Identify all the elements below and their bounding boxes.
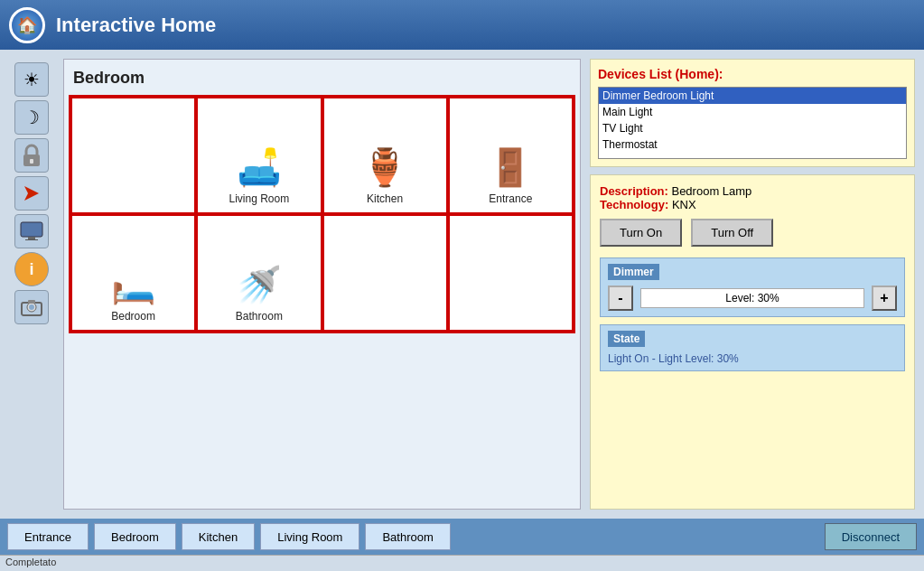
room-grid: 🛋️ Living Room 🏺 Kitchen 🚪 Entrance 🛏️ B…: [69, 95, 575, 333]
bedroom-tab[interactable]: Bedroom: [94, 523, 176, 550]
arrow-icon: [21, 183, 42, 204]
room-cell-empty-1: [322, 214, 448, 332]
status-bar: Completato: [0, 555, 924, 571]
devices-list-title: Devices List (Home):: [598, 67, 907, 81]
home-icon: 🏠: [17, 15, 37, 35]
room-cell-living-room[interactable]: 🛋️ Living Room: [196, 97, 322, 214]
living-room-label: Living Room: [229, 192, 290, 205]
device-description: Description: Bedroom Lamp Technology: KN…: [600, 184, 905, 211]
living-room-tab[interactable]: Living Room: [260, 523, 359, 550]
dimmer-minus-button[interactable]: -: [608, 286, 633, 311]
room-area: Bedroom 🛋️ Living Room 🏺 Kitchen 🚪 Entra…: [63, 59, 581, 510]
kitchen-label: Kitchen: [367, 192, 403, 205]
description-label: Description:: [600, 184, 668, 198]
main-layout: ☀ ☽ i: [0, 50, 924, 519]
level-label: Level:: [725, 292, 754, 304]
kitchen-tab[interactable]: Kitchen: [182, 523, 255, 550]
room-cell-empty-top-left: [70, 97, 196, 214]
dimmer-plus-button[interactable]: +: [872, 286, 897, 311]
svg-rect-9: [28, 300, 35, 304]
monitor-button[interactable]: [14, 214, 49, 248]
room-title: Bedroom: [69, 64, 575, 95]
bedroom-icon: 🛏️: [111, 264, 156, 306]
control-buttons: Turn On Turn Off: [600, 219, 905, 247]
status-text: Completato: [5, 557, 56, 567]
devices-list-panel: Devices List (Home): Dimmer Bedroom Ligh…: [590, 59, 915, 167]
svg-rect-4: [28, 237, 35, 239]
arrow-button[interactable]: [14, 176, 49, 211]
moon-button[interactable]: ☽: [14, 100, 49, 135]
bedroom-label: Bedroom: [111, 310, 155, 323]
disconnect-button[interactable]: Disconnect: [825, 523, 917, 550]
room-cell-entrance[interactable]: 🚪 Entrance: [448, 97, 574, 214]
state-title: State: [608, 331, 645, 347]
entrance-icon: 🚪: [488, 146, 533, 189]
device-control-panel: Description: Bedroom Lamp Technology: KN…: [590, 174, 915, 510]
svg-point-7: [29, 304, 34, 310]
turn-off-button[interactable]: Turn Off: [691, 219, 773, 247]
dimmer-level-display: Level: 30%: [640, 288, 864, 308]
svg-rect-5: [25, 239, 38, 240]
bathroom-label: Bathroom: [236, 310, 283, 323]
lock-button[interactable]: [14, 138, 49, 173]
turn-on-button[interactable]: Turn On: [600, 219, 682, 247]
sun-button[interactable]: ☀: [14, 62, 49, 97]
svg-rect-1: [30, 159, 33, 164]
device-item-tv-light[interactable]: TV Light: [599, 120, 906, 136]
description-value: Bedroom Lamp: [671, 184, 751, 198]
room-cell-bedroom[interactable]: 🛏️ Bedroom: [70, 214, 196, 332]
app-title: Interactive Home: [56, 14, 216, 37]
entrance-tab[interactable]: Entrance: [7, 523, 89, 550]
device-item-thermostat[interactable]: Thermostat: [599, 136, 906, 153]
app-header: 🏠 Interactive Home: [0, 0, 924, 50]
device-item-dimmer-bedroom[interactable]: Dimmer Bedroom Light: [599, 88, 906, 104]
technology-value: KNX: [672, 198, 696, 211]
info-button[interactable]: i: [14, 252, 49, 286]
kitchen-icon: 🏺: [362, 146, 407, 189]
app-logo: 🏠: [9, 7, 45, 43]
state-value: Light On - Light Level: 30%: [608, 352, 897, 365]
device-item-main-light[interactable]: Main Light: [599, 104, 906, 120]
camera-icon: [20, 297, 43, 317]
living-room-icon: 🛋️: [237, 146, 282, 189]
state-section: State Light On - Light Level: 30%: [600, 324, 905, 371]
entrance-label: Entrance: [489, 192, 532, 205]
dimmer-title: Dimmer: [608, 264, 659, 280]
room-cell-bathroom[interactable]: 🚿 Bathroom: [196, 214, 322, 332]
bathroom-tab[interactable]: Bathroom: [365, 523, 450, 550]
dimmer-controls: - Level: 30% +: [608, 286, 897, 311]
sidebar: ☀ ☽ i: [9, 59, 54, 510]
room-cell-kitchen[interactable]: 🏺 Kitchen: [322, 97, 448, 214]
svg-marker-2: [24, 186, 39, 201]
right-panel: Devices List (Home): Dimmer Bedroom Ligh…: [590, 59, 915, 510]
bathroom-icon: 🚿: [237, 264, 282, 306]
bottom-tabs: Entrance Bedroom Kitchen Living Room Bat…: [0, 519, 924, 555]
dimmer-section: Dimmer - Level: 30% +: [600, 257, 905, 317]
svg-rect-3: [21, 222, 42, 237]
monitor-icon: [20, 221, 43, 241]
level-value: 30%: [758, 292, 779, 304]
camera-button[interactable]: [14, 290, 49, 324]
room-cell-empty-2: [448, 214, 574, 332]
devices-listbox[interactable]: Dimmer Bedroom Light Main Light TV Light…: [598, 87, 907, 159]
lock-icon: [22, 144, 42, 167]
technology-label: Technology:: [600, 198, 668, 211]
